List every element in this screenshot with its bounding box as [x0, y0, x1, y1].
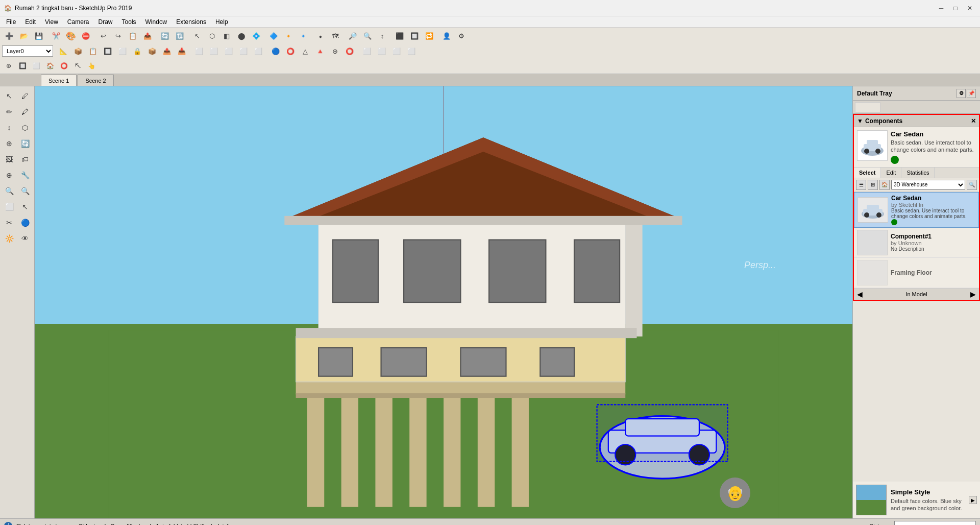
lt-orbit[interactable]: 🖼: [2, 152, 17, 167]
tb-tape[interactable]: ⬥: [313, 29, 328, 43]
list-item-car-sedan[interactable]: Car Sedan by Sketchl In Basic sedan. Use…: [854, 192, 979, 228]
menu-extensions[interactable]: Extensions: [172, 17, 210, 27]
tb-r2-20[interactable]: ⭕: [342, 44, 357, 58]
menu-camera[interactable]: Camera: [63, 17, 93, 27]
tab-select[interactable]: Select: [854, 168, 881, 178]
lt-tape[interactable]: 🖍: [17, 104, 33, 120]
component-interact-btn[interactable]: [891, 156, 899, 164]
scene-tab-1[interactable]: Scene 1: [41, 75, 77, 86]
lt-sun[interactable]: 🔆: [2, 231, 17, 246]
tb-r2-21[interactable]: ⬜: [360, 44, 374, 58]
viewport[interactable]: Persp... 👴: [35, 86, 852, 518]
tray-pin-btn[interactable]: 📌: [967, 89, 976, 98]
view-grid-btn[interactable]: ⊞: [868, 180, 878, 190]
tb-new[interactable]: ➕: [2, 29, 16, 43]
tb-paint[interactable]: 🎨: [64, 29, 78, 43]
lt-select[interactable]: ↖: [2, 88, 17, 104]
tb-erase[interactable]: ⛔: [79, 29, 93, 43]
lt-zoom[interactable]: 🔍: [2, 183, 17, 199]
tb-r3-2[interactable]: 🔲: [16, 59, 29, 73]
tb-r3-1[interactable]: ⊕: [2, 59, 15, 73]
lt-zoomwin[interactable]: 🔍: [17, 183, 33, 199]
lt-move[interactable]: ↕: [2, 120, 17, 135]
menu-draw[interactable]: Draw: [94, 17, 117, 27]
comp-prev-btn[interactable]: ◀: [857, 290, 863, 298]
style-expand-btn[interactable]: ▶: [969, 496, 977, 504]
view-list-btn[interactable]: ☰: [856, 180, 866, 190]
tb-r3-3[interactable]: ⬜: [30, 59, 43, 73]
tb-r2-12[interactable]: ⬜: [222, 44, 236, 58]
tb-zoomout[interactable]: 🔍: [360, 29, 375, 43]
tb-arc[interactable]: 🔸: [281, 29, 296, 43]
lt-scale[interactable]: 🔄: [17, 136, 33, 151]
lt-rotate[interactable]: ⊕: [2, 136, 17, 151]
tb-r2-10[interactable]: ⬜: [192, 44, 206, 58]
tb-r2-9[interactable]: 📥: [175, 44, 189, 58]
tb-paste[interactable]: 📋: [126, 29, 140, 43]
tb-move[interactable]: ◧: [219, 29, 234, 43]
lt-circle[interactable]: 🔵: [17, 215, 33, 230]
close-button[interactable]: ✕: [964, 3, 976, 13]
tb-r2-15[interactable]: 🔵: [268, 44, 283, 58]
minimize-button[interactable]: ─: [935, 3, 947, 13]
tb-scale[interactable]: 💠: [249, 29, 263, 43]
lt-paint[interactable]: 🖊: [17, 88, 33, 104]
menu-help[interactable]: Help: [211, 17, 232, 27]
tb-r2-14[interactable]: ⬜: [251, 44, 265, 58]
comp-next-btn[interactable]: ▶: [970, 290, 976, 298]
tb-component[interactable]: 🔲: [407, 29, 422, 43]
lt-walkthrough[interactable]: ↖: [17, 199, 33, 214]
tb-orbit[interactable]: 🔄: [158, 29, 172, 43]
tb-rotate[interactable]: ⬤: [234, 29, 249, 43]
list-item-component1[interactable]: Component#1 by Unknown No Description: [854, 228, 979, 258]
tb-select-arrow[interactable]: ↖: [190, 29, 204, 43]
list-item-framing-floor[interactable]: Framing Floor: [854, 258, 979, 288]
tb-person[interactable]: 👤: [439, 29, 454, 43]
lt-pan[interactable]: ⬜: [2, 199, 17, 214]
tb-pan[interactable]: 🔃: [173, 29, 187, 43]
tb-export[interactable]: 📤: [140, 29, 155, 43]
tb-r2-22[interactable]: ⬜: [375, 44, 389, 58]
tb-r2-3[interactable]: 📋: [86, 44, 100, 58]
warehouse-select[interactable]: 3D Warehouse: [891, 180, 965, 190]
tb-open[interactable]: 📂: [17, 29, 31, 43]
tb-zoomext[interactable]: ↕: [375, 29, 389, 43]
maximize-button[interactable]: □: [949, 3, 962, 13]
menu-tools[interactable]: Tools: [118, 17, 140, 27]
tb-settings[interactable]: ⚙: [454, 29, 469, 43]
menu-view[interactable]: View: [41, 17, 62, 27]
tb-r2-24[interactable]: ⬜: [404, 44, 419, 58]
tb-r2-2[interactable]: 📦: [71, 44, 85, 58]
tb-r2-6[interactable]: 🔒: [130, 44, 144, 58]
lt-cut[interactable]: ✂: [2, 215, 17, 230]
tb-r2-18[interactable]: 🔺: [313, 44, 327, 58]
tab-edit[interactable]: Edit: [881, 168, 901, 178]
tb-r3-5[interactable]: ⭕: [57, 59, 70, 73]
tb-r2-8[interactable]: 📤: [160, 44, 174, 58]
tb-save[interactable]: 💾: [32, 29, 46, 43]
tb-section[interactable]: ⬛: [393, 29, 407, 43]
lt-pushpull[interactable]: ⬡: [17, 120, 33, 135]
tb-r2-1[interactable]: 📐: [56, 44, 70, 58]
tray-settings-btn[interactable]: ⚙: [957, 89, 966, 98]
tb-r2-17[interactable]: △: [298, 44, 312, 58]
lt-eraser[interactable]: ✏: [2, 104, 17, 120]
tb-r3-4[interactable]: 🏠: [43, 59, 57, 73]
tb-r2-23[interactable]: ⬜: [389, 44, 404, 58]
tb-r2-11[interactable]: ⬜: [207, 44, 221, 58]
tb-cut[interactable]: ✂️: [49, 29, 63, 43]
tb-push-pull[interactable]: ⬡: [205, 29, 219, 43]
tb-r2-5[interactable]: ⬜: [115, 44, 130, 58]
tb-text[interactable]: 🗺: [328, 29, 342, 43]
tb-group[interactable]: 🔁: [422, 29, 436, 43]
menu-window[interactable]: Window: [141, 17, 172, 27]
tab-statistics[interactable]: Statistics: [901, 168, 935, 178]
tb-r2-4[interactable]: 🔲: [101, 44, 115, 58]
lt-3dtext[interactable]: ⊕: [2, 168, 17, 183]
tb-redo[interactable]: ↪: [111, 29, 125, 43]
scene-tab-2[interactable]: Scene 2: [78, 75, 113, 86]
lt-text[interactable]: 🏷: [17, 152, 33, 167]
lt-eye[interactable]: 👁: [17, 231, 33, 246]
tb-line[interactable]: 🔷: [266, 29, 281, 43]
tb-r2-7[interactable]: 📦: [145, 44, 159, 58]
